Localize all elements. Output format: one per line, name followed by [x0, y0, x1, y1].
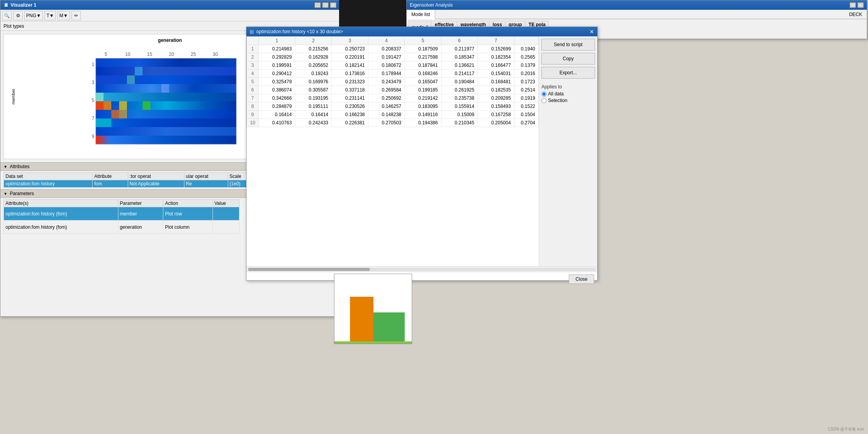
send-to-script-button[interactable]: Send to script [541, 39, 595, 50]
row-number: 1 [247, 45, 259, 53]
data-cell-overflow: 0.2514 [514, 86, 538, 94]
copy-button[interactable]: Copy [541, 53, 595, 65]
data-viewer-close-x-button[interactable]: ✕ [589, 29, 594, 34]
data-table-row[interactable]: 10 0.410763 0.242433 0.226381 0.270503 0… [247, 119, 539, 127]
selection-radio[interactable] [541, 98, 547, 103]
close-footer-button[interactable]: Close [569, 274, 594, 284]
data-cell: 0.173816 [332, 70, 368, 78]
data-table-container[interactable]: 1 2 3 4 5 6 7 1 0.214983 0.215256 0.2507… [246, 36, 539, 243]
data-cell: 0.231323 [332, 78, 368, 86]
svg-text:3: 3 [91, 80, 94, 85]
tab-deck[interactable]: DECK [845, 10, 867, 19]
svg-rect-28 [96, 118, 111, 127]
data-scrollbar-area[interactable] [246, 266, 597, 272]
eigensolver-window-controls: ⧉ ✕ [850, 2, 864, 8]
data-cell: 0.219142 [405, 94, 441, 102]
data-title-area: ⊞ optimization:fom history <10 x 30 doub… [250, 29, 343, 35]
data-cell: 0.284879 [259, 102, 295, 111]
orange-shape [350, 297, 373, 344]
data-cell: 0.215256 [295, 45, 331, 53]
data-cell: 0.183095 [405, 102, 441, 111]
data-cell: 0.182354 [478, 53, 514, 61]
selection-label: Selection [548, 98, 567, 103]
tab-mode-list[interactable]: Mode list [407, 10, 435, 19]
svg-rect-12 [96, 67, 236, 75]
zoom-button[interactable]: 🔍 [2, 11, 12, 20]
data-cell: 0.162928 [295, 53, 331, 61]
data-cell: 0.180672 [368, 61, 404, 70]
data-col-1: 1 [259, 37, 295, 45]
data-cell: 0.235738 [441, 94, 477, 102]
close-button[interactable]: ✕ [330, 2, 336, 8]
data-table-row[interactable]: 4 0.290412 0.19243 0.173816 0.178944 0.1… [247, 70, 539, 78]
data-table-row[interactable]: 8 0.284879 0.195111 0.230526 0.146257 0.… [247, 102, 539, 111]
svg-rect-24 [143, 101, 150, 110]
heatmap-ylabel: member [11, 89, 16, 104]
data-cell: 0.199185 [405, 86, 441, 94]
params-row-1[interactable]: optimization:fom history (fom) generatio… [4, 221, 239, 234]
row-number: 8 [247, 102, 259, 111]
data-viewer-window: ⊞ optimization:fom history <10 x 30 doub… [246, 27, 598, 281]
data-cell-overflow: 0.1504 [514, 111, 538, 119]
svg-text:20: 20 [169, 52, 174, 57]
data-table: 1 2 3 4 5 6 7 1 0.214983 0.215256 0.2507… [246, 36, 539, 127]
minimize-button[interactable]: _ [314, 2, 321, 8]
data-cell: 0.152699 [478, 45, 514, 53]
data-cell-overflow: 0.2565 [514, 53, 538, 61]
param-col-value: Value [213, 200, 239, 207]
params-row-0[interactable]: optimization:fom history (fom) member Pl… [4, 207, 239, 221]
svg-text:5: 5 [104, 52, 107, 57]
all-data-radio-row: All data [541, 91, 595, 97]
eigensolver-restore-button[interactable]: ⧉ [850, 2, 856, 8]
data-table-row[interactable]: 2 0.292829 0.162928 0.220191 0.191427 0.… [247, 53, 539, 61]
data-col-overflow [514, 37, 538, 45]
data-table-row[interactable]: 3 0.199591 0.205652 0.182141 0.180672 0.… [247, 61, 539, 70]
param-col-attributes: Attribute(s) [4, 200, 118, 207]
data-table-row[interactable]: 6 0.386074 0.305587 0.337118 0.269584 0.… [247, 86, 539, 94]
data-table-row[interactable]: 9 0.16414 0.16414 0.166238 0.148238 0.14… [247, 111, 539, 119]
eigensolver-close-button[interactable]: ✕ [857, 2, 864, 8]
data-sidebar: Send to script Copy Export... Applies to… [539, 36, 597, 266]
data-cell: 0.182141 [332, 61, 368, 70]
all-data-label: All data [548, 91, 564, 97]
marker-button[interactable]: M▼ [57, 11, 70, 20]
all-data-radio[interactable] [541, 91, 547, 97]
svg-rect-15 [96, 93, 236, 101]
data-cell: 0.167258 [478, 111, 514, 119]
param-cell-action-0: Plot row [163, 207, 213, 221]
data-cell-overflow: 0.2016 [514, 70, 538, 78]
data-viewer-body: 1 2 3 4 5 6 7 1 0.214983 0.215256 0.2507… [246, 36, 597, 266]
window-controls: _ □ ✕ [314, 2, 336, 8]
data-cell-overflow: 0.1723 [514, 78, 538, 86]
param-cell-attr-0: optimization:fom history (fom) [4, 207, 118, 221]
data-cell: 0.210345 [441, 119, 477, 127]
data-col-rownum [247, 37, 259, 45]
settings-button[interactable]: ⚙ [13, 11, 23, 20]
data-cell: 0.194386 [405, 119, 441, 127]
text-button[interactable]: T▼ [45, 11, 56, 20]
data-table-row[interactable]: 1 0.214983 0.215256 0.250723 0.208337 0.… [247, 45, 539, 53]
maximize-button[interactable]: □ [322, 2, 329, 8]
param-cell-param-0: member [118, 207, 163, 221]
export-button[interactable]: Export... [541, 67, 595, 79]
edit-button[interactable]: ✏ [71, 11, 81, 20]
data-col-4: 4 [368, 37, 404, 45]
data-table-row[interactable]: 5 0.325479 0.169976 0.231323 0.243479 0.… [247, 78, 539, 86]
data-cell: 0.169976 [295, 78, 331, 86]
param-cell-param-1: generation [118, 221, 163, 234]
data-cell: 0.230526 [332, 102, 368, 111]
heatmap-title: generation [158, 38, 182, 43]
eigensolver-titlebar: Eigensolver Analysis ⧉ ✕ [407, 0, 867, 10]
attr-cell-attribute: fom [93, 180, 128, 188]
svg-text:9: 9 [91, 134, 94, 139]
png-button[interactable]: PNG▼ [24, 11, 43, 20]
svg-rect-11 [96, 58, 236, 67]
row-number: 3 [247, 61, 259, 70]
data-cell: 0.226381 [332, 119, 368, 127]
eigensolver-title: Eigensolver Analysis [410, 2, 453, 8]
data-table-row[interactable]: 7 0.342666 0.193195 0.231141 0.250692 0.… [247, 94, 539, 102]
data-scrollbar-thumb[interactable] [248, 268, 370, 271]
data-col-2: 2 [295, 37, 331, 45]
visualizer-toolbar: 🔍 ⚙ PNG▼ T▼ M▼ ✏ [0, 10, 339, 22]
data-cell: 0.166477 [478, 61, 514, 70]
